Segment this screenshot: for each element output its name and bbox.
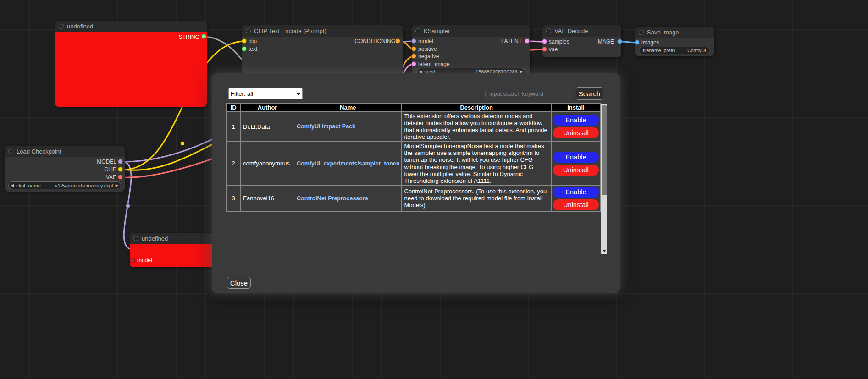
enable-button[interactable]: Enable [553,152,599,163]
search-button[interactable]: Search [576,87,603,100]
node-body: model positive negative latent_image LAT… [412,37,530,78]
input-slot-label: model [137,257,152,264]
vae-output-dot[interactable] [118,175,123,180]
node-vae-decode[interactable]: VAE Decode samples vae IMAGE [542,25,621,57]
input-slot-label: negative [418,53,439,60]
clip-output-dot[interactable] [118,167,123,172]
output-slot-label: VAE [106,174,116,181]
enable-button[interactable]: Enable [553,115,599,126]
collapse-dot-icon[interactable] [415,28,420,33]
clip-input-dot[interactable] [242,38,247,44]
node-undefined-top[interactable]: undefined STRING [55,21,207,107]
table-row: 2 comfyanonymous ComfyUI_experiments/sam… [227,142,601,185]
extension-author: comfyanonymous [241,142,294,185]
filter-select[interactable]: Filter: all [228,88,303,99]
table-scrollbar[interactable] [601,104,607,254]
node-header[interactable]: Load Checkpoint [5,146,125,157]
input-slot-label: text [249,46,257,52]
uninstall-button[interactable]: Uninstall [553,165,599,176]
enable-button[interactable]: Enable [553,187,599,198]
node-header[interactable]: CLIP Text Encode (Prompt) [242,25,403,37]
latent-image-input-dot[interactable] [411,61,416,66]
collapse-dot-icon[interactable] [8,149,13,154]
output-slot-label: CLIP [104,166,116,173]
input-slot-label: model [418,38,433,44]
conditioning-output-dot[interactable] [395,38,400,44]
table-row: 3 Fannovel16 ControlNet Preprocessors Co… [227,185,601,211]
extension-author: Dr.Lt.Data [241,112,294,142]
samples-input-dot[interactable] [542,39,547,44]
node-header[interactable]: VAE Decode [542,25,621,37]
uninstall-button[interactable]: Uninstall [553,199,599,210]
string-output-dot[interactable] [201,34,206,39]
node-body: samples vae IMAGE [542,37,621,57]
image-output-dot[interactable] [617,39,622,44]
node-header[interactable]: undefined [55,21,207,32]
input-slot-label: samples [549,38,569,45]
filename-prefix-label: filename_prefix [639,48,679,53]
ckpt-name-widget[interactable]: ckpt_name v1-5-pruned-emaonly.ckpt [8,181,121,189]
extension-link[interactable]: ComfyUI_experiments/sampler_tonemap [297,160,399,167]
collapse-dot-icon[interactable] [59,24,64,29]
node-ksampler[interactable]: KSampler model positive negative latent_… [412,25,530,78]
collapse-dot-icon[interactable] [546,28,551,33]
negative-input-dot[interactable] [411,54,416,59]
node-body: MODEL CLIP VAE ckpt_name v1-5-pruned-ema… [5,157,125,192]
node-header[interactable]: KSampler [412,25,530,37]
collapse-dot-icon[interactable] [639,30,644,35]
column-header-name: Name [294,104,402,112]
extension-description: ControlNet Preprocessors. (To use this e… [402,185,551,211]
input-slot-label: clip [249,38,257,44]
node-title: Save Image [647,29,679,36]
input-slot-label: latent_image [418,61,450,67]
input-slot-label: vae [549,46,558,53]
filename-prefix-value: ComfyUI [679,48,710,53]
node-body: STRING [55,32,207,107]
filename-prefix-widget[interactable]: filename_prefix ComfyUI [639,47,710,54]
vae-input-dot[interactable] [542,47,547,52]
extension-link[interactable]: ControlNet Preprocessors [297,195,399,202]
output-slot-label: CONDITIONING [354,38,395,44]
node-title: undefined [142,235,168,242]
search-input[interactable] [485,89,571,99]
collapse-dot-icon[interactable] [246,28,251,33]
table-row: 1 Dr.Lt.Data ComfyUI Impact Pack This ex… [227,112,601,142]
extension-manager-dialog: Filter: all Search ID Author Name Descri… [212,73,620,293]
link-midpoint-dot [181,142,185,146]
model-input-dot[interactable] [130,258,135,263]
extension-description: ModelSamplerTonemapNoiseTest a node that… [402,142,551,185]
node-header[interactable]: Save Image [635,27,714,38]
scrollbar-thumb[interactable] [602,105,607,195]
extension-author: Fannovel16 [241,185,294,211]
ckpt-widget-label: ckpt_name [16,183,41,188]
extension-link[interactable]: ComfyUI Impact Pack [297,123,399,130]
positive-input-dot[interactable] [411,46,416,51]
node-load-checkpoint[interactable]: Load Checkpoint MODEL CLIP VAE ckpt_name… [5,146,125,192]
model-output-dot[interactable] [118,159,123,164]
ckpt-prev-icon[interactable] [9,183,16,187]
node-save-image[interactable]: Save Image images filename_prefix ComfyU… [635,27,714,56]
column-header-author: Author [241,104,294,112]
extension-description: This extension offers various detector n… [402,112,551,142]
ckpt-next-icon[interactable] [113,183,121,187]
table-header-row: ID Author Name Description Install [227,104,601,112]
model-input-dot[interactable] [411,38,416,44]
node-title: CLIP Text Encode (Prompt) [254,27,326,34]
extension-id: 3 [227,185,241,211]
extension-table: ID Author Name Description Install 1 Dr.… [226,103,601,212]
column-header-description: Description [402,104,551,112]
column-header-install: Install [551,104,600,112]
images-input-dot[interactable] [635,40,640,45]
text-input-dot[interactable] [242,46,247,51]
uninstall-button[interactable]: Uninstall [553,127,599,138]
scrollbar-down-icon[interactable] [601,248,607,254]
collapse-dot-icon[interactable] [133,236,138,241]
input-slot-label: positive [418,46,437,52]
comfyui-canvas[interactable]: { "canvas": { "nodes": { "undefined_top"… [0,0,868,379]
close-button[interactable]: Close [227,277,251,289]
latent-output-dot[interactable] [525,38,530,44]
ckpt-widget-value: v1-5-pruned-emaonly.ckpt [41,183,113,188]
node-title: VAE Decode [554,27,588,34]
link-midpoint-dot [126,204,130,208]
extension-id: 2 [227,142,241,185]
